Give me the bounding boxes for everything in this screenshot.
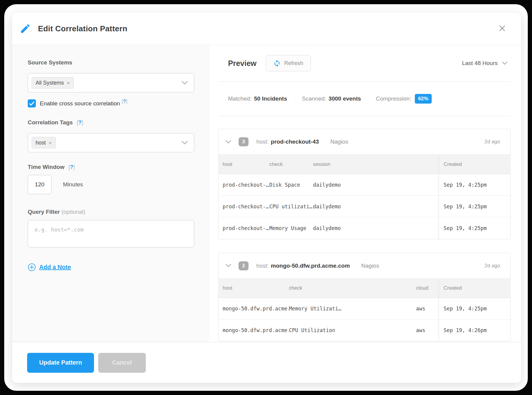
incident-source: Nagios <box>330 138 348 145</box>
cross-source-row: Enable cross source correlation [?] <box>28 99 194 107</box>
cross-source-label: Enable cross source correlation <box>40 100 120 107</box>
incident-source: Nagios <box>361 263 379 269</box>
source-systems-select[interactable]: All Systems × <box>28 73 194 92</box>
refresh-button[interactable]: Refresh <box>266 55 311 71</box>
compression-badge: 62% <box>415 94 432 104</box>
incident-card: 2 host: mongo-50.dfw.prd.acme.com Nagios… <box>218 253 511 342</box>
modal-footer: Update Pattern Cancel <box>12 342 521 383</box>
stat-separator: · <box>294 96 295 101</box>
preview-panel: Preview Refresh Last 48 Hours Matched: <box>209 45 521 342</box>
time-window-unit: Minutes <box>63 181 83 188</box>
events-table: hostchecksessionCreated prod-checkout-…D… <box>219 154 511 239</box>
event-cell: dailydemo <box>313 217 439 239</box>
modal-header: Edit Correlation Pattern <box>12 12 521 45</box>
correlation-tags-label: Correlation Tags [?] <box>28 119 194 126</box>
incident-count-badge: 3 <box>239 137 249 146</box>
correlation-tag: host × <box>32 137 56 148</box>
scanned-value: 3000 events <box>329 95 361 102</box>
stat-separator: · <box>368 96 369 101</box>
column-header: check <box>289 278 416 298</box>
preview-title: Preview <box>228 59 257 68</box>
correlation-tags-select[interactable]: host × <box>28 133 194 152</box>
time-window-row: Minutes <box>28 175 194 194</box>
close-button[interactable] <box>497 23 507 33</box>
matched-value: 50 Incidents <box>254 95 287 102</box>
chevron-down-icon <box>502 61 508 65</box>
event-cell: prod-checkout-… <box>219 217 269 239</box>
query-filter-label: Query Filter (optional) <box>28 209 194 215</box>
query-filter-optional-label: (optional) <box>61 209 85 215</box>
pattern-form-panel: Source Systems All Systems × Enable cros… <box>12 45 209 342</box>
incident-card-header[interactable]: 2 host: mongo-50.dfw.prd.acme.com Nagios… <box>219 253 510 278</box>
events-table-header-row: hostcheckcloudCreated <box>219 278 511 298</box>
cross-source-help-icon[interactable]: [?] <box>122 99 127 104</box>
event-cell: dailydemo <box>313 196 439 217</box>
cancel-button[interactable]: Cancel <box>98 353 146 373</box>
edit-correlation-pattern-modal: Edit Correlation Pattern Source Systems … <box>12 12 521 383</box>
chevron-down-icon <box>181 81 188 85</box>
incident-card: 3 host: prod-checkout-43 Nagios 2d ago h… <box>218 129 511 239</box>
column-header: cloud <box>416 278 439 298</box>
column-header: Created <box>439 155 511 174</box>
time-range-dropdown[interactable]: Last 48 Hours <box>462 60 508 67</box>
query-filter-input[interactable] <box>28 220 194 247</box>
time-window-help-icon[interactable]: [?] <box>68 164 75 170</box>
event-cell: Sep 19, 4:25pm <box>439 174 511 196</box>
correlation-tag-label: host <box>36 140 46 146</box>
chevron-down-icon <box>181 141 188 145</box>
incident-tag-key: host: <box>256 263 269 269</box>
event-row: prod-checkout-…Disk SpacedailydemoSep 19… <box>219 174 511 196</box>
incident-card-header[interactable]: 3 host: prod-checkout-43 Nagios 2d ago <box>219 129 510 154</box>
event-cell: CPU Utilization <box>289 319 416 341</box>
event-row: mongo-50.dfw.prd.acme.…CPU Utilizationaw… <box>219 319 511 341</box>
event-cell: aws <box>416 298 439 319</box>
event-cell: Sep 19, 4:25pm <box>439 196 511 217</box>
add-note-label: Add a Note <box>39 264 71 271</box>
cross-source-checkbox[interactable] <box>28 99 36 107</box>
event-row: mongo-50.dfw.prd.acme.…Memory Utilizati…… <box>219 298 511 319</box>
check-icon <box>29 101 34 106</box>
collapse-chevron-icon[interactable] <box>225 264 231 268</box>
time-window-input[interactable] <box>28 175 52 194</box>
column-header: session <box>313 155 439 174</box>
column-header: check <box>269 155 313 174</box>
add-note-link[interactable]: Add a Note <box>28 263 71 271</box>
event-cell: Sep 19, 4:25pm <box>439 298 511 319</box>
incident-tag-value: prod-checkout-43 <box>271 138 319 145</box>
event-cell: CPU utilizati… <box>269 196 313 217</box>
remove-tag-icon[interactable]: × <box>49 140 52 146</box>
incident-tag-key: host: <box>256 138 269 145</box>
events-table: hostcheckcloudCreated mongo-50.dfw.prd.a… <box>219 278 511 341</box>
pencil-icon <box>20 23 31 34</box>
incident-card-list: 3 host: prod-checkout-43 Nagios 2d ago h… <box>209 116 521 341</box>
incident-time: 2d ago <box>484 139 500 145</box>
screen-background: Edit Correlation Pattern Source Systems … <box>4 4 528 391</box>
incident-tag-value: mongo-50.dfw.prd.acme.com <box>271 263 350 269</box>
refresh-icon <box>273 60 281 67</box>
source-systems-label: Source Systems <box>28 59 194 66</box>
events-table-header-row: hostchecksessionCreated <box>219 155 511 174</box>
event-cell: Memory Utilizati… <box>289 298 416 319</box>
close-icon <box>498 24 506 33</box>
source-systems-tag: All Systems × <box>32 77 74 89</box>
event-cell: Sep 19, 4:25pm <box>439 217 511 239</box>
remove-tag-icon[interactable]: × <box>67 80 70 86</box>
event-cell: mongo-50.dfw.prd.acme.… <box>219 298 289 319</box>
update-pattern-button[interactable]: Update Pattern <box>27 353 94 373</box>
event-cell: prod-checkout-… <box>219 196 269 217</box>
preview-stats: Matched: 50 Incidents · Scanned: 3000 ev… <box>209 82 521 116</box>
time-range-label: Last 48 Hours <box>462 60 498 67</box>
event-cell: prod-checkout-… <box>219 174 269 196</box>
column-header: host <box>219 278 289 298</box>
modal-title: Edit Correlation Pattern <box>38 24 127 33</box>
scanned-label: Scanned: <box>302 95 326 102</box>
event-cell: Sep 19, 4:26pm <box>439 319 511 341</box>
event-cell: Disk Space <box>269 174 313 196</box>
event-cell: Memory Usage <box>269 217 313 239</box>
circle-plus-icon <box>28 263 36 271</box>
source-systems-tag-label: All Systems <box>36 80 64 86</box>
event-cell: dailydemo <box>313 174 439 196</box>
collapse-chevron-icon[interactable] <box>225 140 231 144</box>
column-header: host <box>219 155 269 174</box>
correlation-tags-help-icon[interactable]: [?] <box>77 120 83 126</box>
